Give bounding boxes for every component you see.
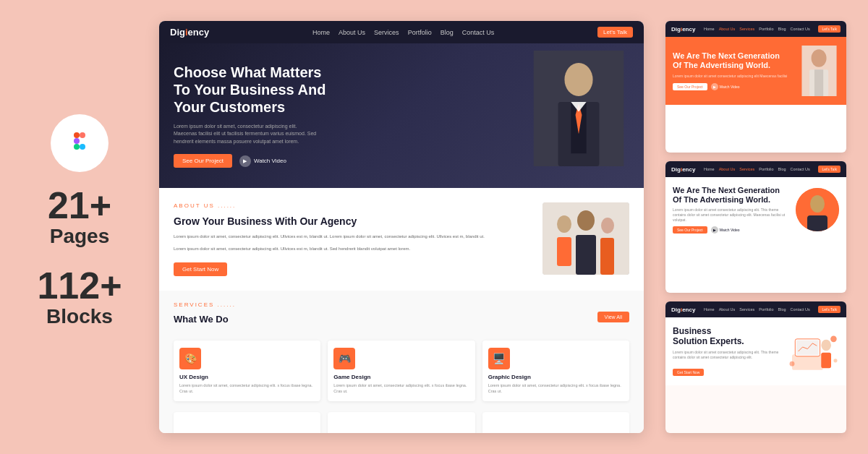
nav-link-about[interactable]: About Us — [339, 29, 365, 36]
play-icon: ▶ — [239, 155, 251, 167]
card1-woman-image — [799, 46, 839, 96]
card2-watch-button[interactable]: ▶ Watch Video — [711, 226, 740, 234]
hero-primary-button[interactable]: See Our Project — [174, 154, 232, 168]
nav-link-home[interactable]: Home — [312, 29, 330, 36]
center-preview: Digiency Home About Us Services Portfoli… — [159, 21, 644, 433]
c2-blog[interactable]: Blog — [778, 167, 786, 171]
about-section: About Us ...... Grow Your Business With … — [159, 188, 644, 291]
card1-talk-button[interactable]: Let's Talk — [818, 25, 841, 33]
card1-hero-desc: Lorem ipsum dolor sit amet consectetur a… — [673, 74, 793, 79]
nav-link-blog[interactable]: Blog — [441, 29, 454, 36]
card1-hero-title: We Are The Next Generation Of The Advert… — [673, 51, 793, 70]
hero-buttons: See Our Project ▶ Watch Video — [174, 154, 629, 168]
c1-about[interactable]: About Us — [719, 27, 736, 31]
card3-nav-links: Home About Us Services Portfolio Blog Co… — [704, 307, 810, 312]
svg-rect-26 — [792, 354, 823, 369]
service-graphic-desc: Lorem ipsum dolor sit amet, consectetur … — [488, 383, 624, 394]
card2-hero-desc: Lorem ipsum dolor sit amet consectetur a… — [673, 207, 790, 223]
card3-illustration — [788, 330, 839, 373]
right-card-3: Digiency Home About Us Services Portfoli… — [665, 301, 846, 433]
svg-point-33 — [833, 359, 837, 362]
services-header: Services ...... What We Do View All — [174, 301, 629, 332]
hero-description: Lorem ipsum dolor sit amet, consectetur … — [174, 123, 318, 146]
c1-home[interactable]: Home — [704, 27, 715, 31]
card1-nav: Digiency Home About Us Services Portfoli… — [665, 21, 846, 37]
c2-home[interactable]: Home — [704, 167, 715, 171]
card2-primary-button[interactable]: See Our Project — [673, 226, 707, 234]
c2-portfolio[interactable]: Portfolio — [759, 167, 773, 171]
svg-point-13 — [557, 215, 571, 233]
services-tag: Services ...... — [174, 301, 236, 308]
c2-services[interactable]: Services — [739, 167, 754, 171]
card3-logo: Digiency — [671, 307, 695, 313]
center-hero: Choose What Matters To Your Business And… — [159, 43, 644, 188]
mini-service-3 — [482, 412, 629, 433]
svg-rect-4 — [74, 144, 80, 150]
svg-rect-28 — [796, 340, 819, 355]
card1-primary-button[interactable]: See Our Project — [673, 83, 707, 90]
svg-point-15 — [577, 210, 595, 231]
card1-hero-content: We Are The Next Generation Of The Advert… — [673, 51, 793, 90]
about-title: Grow Your Business With Our Agency — [174, 215, 528, 228]
c1-services[interactable]: Services — [739, 27, 754, 31]
svg-rect-25 — [807, 215, 827, 231]
nav-link-contact[interactable]: Contact Us — [462, 29, 495, 36]
svg-rect-16 — [576, 235, 596, 275]
c1-portfolio[interactable]: Portfolio — [759, 27, 773, 31]
services-title: What We Do — [174, 314, 236, 326]
mini-service-1 — [174, 412, 320, 433]
svg-point-20 — [812, 49, 827, 67]
c3-services[interactable]: Services — [739, 307, 754, 312]
preview-nav: Digiency Home About Us Services Portfoli… — [159, 21, 644, 43]
right-card-2: Digiency Home About Us Services Portfoli… — [665, 161, 846, 293]
card1-logo: Digiency — [671, 26, 695, 33]
svg-point-17 — [601, 218, 614, 234]
card2-talk-button[interactable]: Let's Talk — [818, 166, 841, 173]
svg-rect-2 — [80, 132, 85, 138]
about-desc2: Lorem ipsum dolor sit amet, consectetur … — [174, 246, 528, 252]
svg-point-0 — [64, 128, 95, 158]
main-container: 21+ Pages 112+ Blocks Digiency Home Abou… — [0, 0, 868, 454]
card1-watch-button[interactable]: ▶ Watch Video — [711, 83, 740, 90]
nav-talk-button[interactable]: Let's Talk — [597, 27, 633, 38]
card3-primary-button[interactable]: Get Start Now — [673, 369, 704, 376]
c1-blog[interactable]: Blog — [778, 27, 786, 31]
service-card-graphic: 🖥️ Graphic Design Lorem ipsum dolor sit … — [482, 340, 629, 401]
svg-point-5 — [80, 144, 85, 150]
mini-service-2 — [328, 412, 475, 433]
c3-home[interactable]: Home — [704, 307, 715, 312]
svg-point-31 — [830, 335, 837, 342]
right-card-1: Digiency Home About Us Services Portfoli… — [665, 21, 846, 153]
pages-number: 21+ — [48, 187, 111, 224]
c1-contact[interactable]: Contact Us — [791, 27, 810, 31]
svg-point-32 — [790, 361, 795, 367]
c3-about[interactable]: About Us — [719, 307, 736, 312]
left-panel: 21+ Pages 112+ Blocks — [22, 114, 137, 339]
service-card-ux: 🎨 UX Design Lorem ipsum dolor sit amet, … — [174, 340, 320, 401]
right-panel: Digiency Home About Us Services Portfoli… — [665, 21, 846, 433]
service-ux-title: UX Design — [179, 374, 315, 380]
nav-link-services[interactable]: Services — [374, 29, 399, 36]
card3-talk-button[interactable]: Let's Talk — [818, 306, 841, 313]
card3-hero: Business Solution Experts. Lorem ipsum d… — [665, 317, 846, 385]
nav-link-portfolio[interactable]: Portfolio — [408, 29, 432, 36]
card2-hero-title: We Are The Next Generation Of The Advert… — [673, 186, 790, 205]
c2-contact[interactable]: Contact Us — [791, 167, 810, 171]
graphic-design-icon: 🖥️ — [488, 348, 510, 369]
svg-point-29 — [821, 340, 831, 351]
card2-hero-content: We Are The Next Generation Of The Advert… — [673, 186, 790, 234]
c3-blog[interactable]: Blog — [778, 307, 786, 312]
c3-contact[interactable]: Contact Us — [791, 307, 810, 312]
hero-watch-button[interactable]: ▶ Watch Video — [239, 155, 286, 167]
service-card-game: 🎮 Game Design Lorem ipsum dolor sit amet… — [328, 340, 475, 401]
stats-pages: 21+ Pages — [48, 187, 111, 260]
blocks-number: 112+ — [37, 267, 122, 304]
about-cta-button[interactable]: Get Start Now — [174, 262, 227, 276]
svg-rect-1 — [74, 132, 80, 138]
hero-content: Choose What Matters To Your Business And… — [174, 64, 629, 168]
c3-portfolio[interactable]: Portfolio — [759, 307, 773, 312]
services-view-all-button[interactable]: View All — [597, 312, 629, 322]
c2-about[interactable]: About Us — [719, 167, 736, 171]
stats-blocks: 112+ Blocks — [37, 267, 122, 340]
services-grid: 🎨 UX Design Lorem ipsum dolor sit amet, … — [174, 340, 629, 401]
